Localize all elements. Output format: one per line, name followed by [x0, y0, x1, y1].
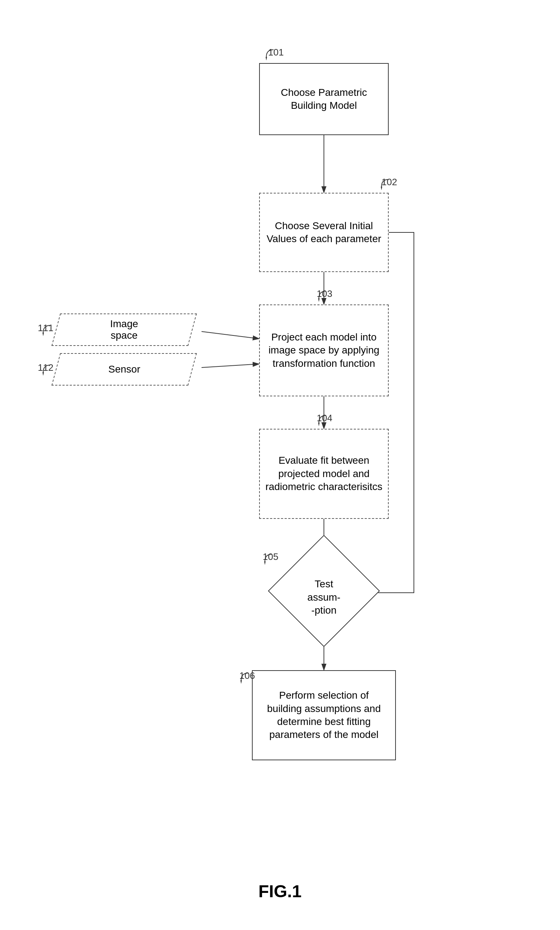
node-106: Perform selection of building assumption…: [252, 670, 396, 760]
node-101: Choose Parametric Building Model: [259, 63, 389, 135]
ref-arrow-112: [40, 362, 61, 379]
node-112: Sensor: [51, 353, 197, 385]
node-105-text: Test assum- -ption: [288, 565, 360, 617]
svg-marker-11: [43, 372, 44, 376]
svg-marker-13: [318, 423, 319, 426]
ref-arrow-104: [315, 412, 337, 430]
ref-arrow-102: [378, 176, 399, 194]
svg-line-6: [201, 331, 259, 339]
svg-marker-14: [264, 561, 265, 565]
fig-caption: FIG.1: [0, 881, 560, 901]
ref-arrow-106: [238, 670, 259, 688]
svg-line-7: [201, 364, 259, 368]
svg-marker-8: [265, 57, 267, 60]
ref-arrow-111: [40, 322, 61, 340]
ref-arrow-103: [315, 288, 337, 306]
node-111: Image space: [51, 314, 197, 346]
node-103: Project each model into image space by a…: [259, 305, 389, 396]
node-102: Choose Several Initial Values of each pa…: [259, 193, 389, 272]
diagram-container: Choose Parametric Building Model 101 Cho…: [0, 0, 560, 930]
svg-marker-15: [241, 680, 242, 684]
node-105-wrapper: Test assum- -ption: [284, 551, 364, 631]
ref-arrow-101: [263, 46, 284, 64]
svg-marker-9: [381, 187, 382, 190]
ref-arrow-105: [261, 551, 283, 568]
svg-marker-12: [318, 298, 319, 302]
node-104: Evaluate fit between projected model and…: [259, 429, 389, 519]
svg-marker-10: [43, 333, 44, 336]
